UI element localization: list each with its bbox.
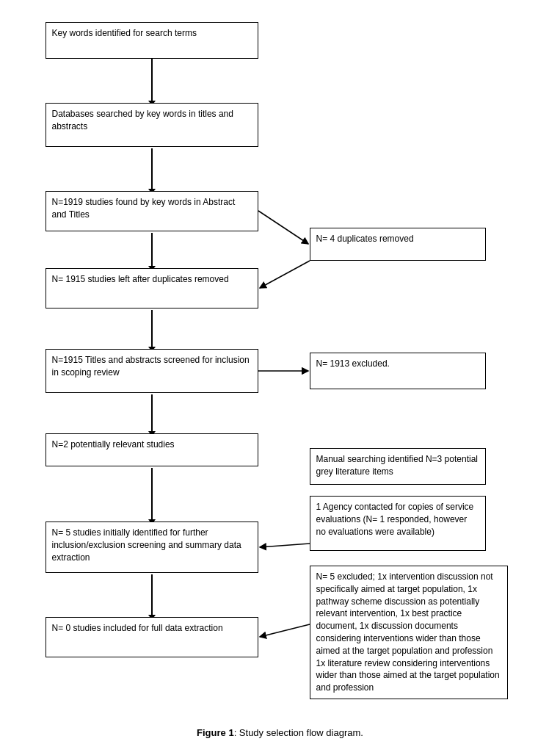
arrow-6-7 <box>151 468 153 520</box>
arrow-1-2 <box>151 59 153 101</box>
arrow-manual-7 <box>260 544 310 547</box>
box-manual-search: Manual searching identified N=3 potentia… <box>310 448 486 485</box>
arrow-5-6 <box>151 394 153 432</box>
arrow-7-8 <box>151 574 153 616</box>
box-excluded: N= 1913 excluded. <box>310 353 486 389</box>
box-1915-screened: N=1915 Titles and abstracts screened for… <box>46 349 258 393</box>
arrow-2-3 <box>151 148 153 190</box>
box-5-studies: N= 5 studies initially identified for fu… <box>46 522 258 573</box>
figure-text: : Study selection flow diagram. <box>234 727 363 738</box>
arrow-dup-4 <box>260 261 310 288</box>
box-keywords: Key words identified for search terms <box>46 22 258 59</box>
arrow-3-dup <box>258 211 308 244</box>
flow-diagram: Key words identified for search terms Da… <box>23 15 537 712</box>
box-0-studies: N= 0 studies included for full data extr… <box>46 617 258 657</box>
box-1919: N=1919 studies found by key words in Abs… <box>46 191 258 231</box>
arrow-3-4 <box>151 233 153 267</box>
box-2-relevant: N=2 potentially relevant studies <box>46 433 258 466</box>
box-agency: 1 Agency contacted for copies of service… <box>310 496 486 551</box>
box-5-excluded: N= 5 excluded; 1x intervention discussio… <box>310 566 508 699</box>
arrow-4-5 <box>151 310 153 347</box>
box-1915-left: N= 1915 studies left after duplicates re… <box>46 268 258 308</box>
box-databases: Databases searched by key words in title… <box>46 103 258 147</box>
figure-label: Figure 1 <box>197 727 234 738</box>
arrow-nexcl-8 <box>260 624 310 637</box>
box-duplicates: N= 4 duplicates removed <box>310 228 486 261</box>
figure-caption: Figure 1: Study selection flow diagram. <box>197 727 363 738</box>
